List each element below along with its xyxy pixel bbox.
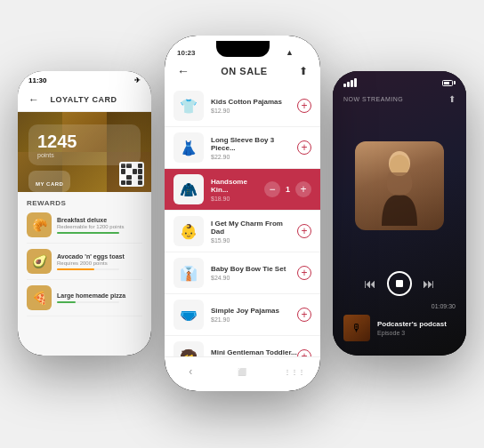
time-left: 11:30 <box>28 76 46 84</box>
product-image: 👔 <box>173 258 204 288</box>
podcast-album-art: 🎙 <box>343 315 370 341</box>
nav-home-icon[interactable]: ⬜ <box>235 364 249 379</box>
product-item[interactable]: 🧒 Mini Gentleman Toddler... $18.90 + <box>165 336 320 356</box>
host-silhouette <box>355 141 444 230</box>
battery-icon <box>297 50 308 56</box>
product-image: 👕 <box>173 91 204 121</box>
product-list: 👕 Kids Cotton Pajamas $12.90 + 👗 Long Sl… <box>165 85 320 356</box>
product-name: Handsome Kin... <box>211 178 264 194</box>
product-image: 🧒 <box>173 341 204 356</box>
reward-progress-fill <box>57 301 76 303</box>
my-card-label: MY CARD <box>36 181 63 187</box>
product-item[interactable]: 👕 Kids Cotton Pajamas $12.90 + <box>165 85 320 127</box>
qty-number: 1 <box>286 185 290 194</box>
rewards-title: REWARDS <box>27 199 142 207</box>
fast-forward-button[interactable]: ⏭ <box>423 276 435 291</box>
podcast-name: Podcaster's podcast <box>377 320 447 328</box>
reward-info: Breakfast deluxe Redeemable for 1200 poi… <box>57 217 124 234</box>
product-image: 👗 <box>173 132 204 163</box>
rewards-section: REWARDS 🥐 Breakfast deluxe Redeemable fo… <box>18 192 151 356</box>
share-icon-center[interactable]: ⬆ <box>299 65 308 77</box>
loyalty-screen: 11:30 ✈ ← LOYALTY CARD <box>18 71 151 356</box>
loyalty-card-section: 1245 points MY CARD <box>18 112 151 192</box>
add-to-cart-button[interactable]: + <box>297 349 311 356</box>
nav-back-icon[interactable]: ‹ <box>183 364 198 379</box>
reward-name: Breakfast deluxe <box>57 217 124 223</box>
points-number: 1245 <box>37 132 132 152</box>
points-card: 1245 points <box>28 124 141 165</box>
product-details: Long Sleeve Boy 3 Piece... $22.90 <box>211 136 297 160</box>
product-item[interactable]: 🩲 Simple Joy Pajamas $21.90 + <box>165 294 320 336</box>
battery-right <box>442 80 456 86</box>
back-arrow-center[interactable]: ← <box>177 64 190 78</box>
reward-info: Avocado 'n' eggs toast Requires 2000 poi… <box>57 253 125 270</box>
streaming-label: NOW STREAMING <box>343 96 403 102</box>
status-bar-left: 11:30 ✈ <box>18 71 151 88</box>
battery-tip <box>454 81 456 84</box>
status-icons-left: ✈ <box>134 76 141 84</box>
reward-progress-fill <box>57 268 94 270</box>
add-to-cart-button[interactable]: + <box>297 266 311 280</box>
back-arrow-left[interactable]: ← <box>28 93 39 106</box>
product-details: Mini Gentleman Toddler... $18.90 <box>211 348 297 356</box>
qty-control: − 1 + <box>264 181 311 197</box>
reward-info: Large homemade pizza <box>57 292 125 303</box>
stop-button[interactable] <box>387 271 412 296</box>
battery-fill-right <box>444 82 449 84</box>
product-price: $21.90 <box>211 316 297 323</box>
streaming-header: NOW STREAMING ⬆ <box>333 91 466 108</box>
podcast-info: 🎙 Podcaster's podcast Episode 3 <box>333 309 466 356</box>
phone-center: 10:23 ▲ ← ON SALE ⬆ 👕 Kids Cotton Pajama… <box>165 36 320 391</box>
podcast-episode: Episode 3 <box>377 330 447 336</box>
phone-left: 11:30 ✈ ← LOYALTY CARD <box>18 71 151 356</box>
my-card-button[interactable]: MY CARD <box>28 171 70 192</box>
product-details: Handsome Kin... $18.90 <box>211 178 264 202</box>
qty-minus-button[interactable]: − <box>264 181 280 197</box>
product-item[interactable]: 👔 Baby Boy Bow Tie Set $24.90 + <box>165 252 320 294</box>
product-name: Kids Cotton Pajamas <box>211 98 297 106</box>
product-name: I Get My Charm From Dad <box>211 220 297 236</box>
add-to-cart-button[interactable]: + <box>297 224 311 238</box>
product-details: Baby Boy Bow Tie Set $24.90 <box>211 265 297 281</box>
status-icons-center: ▲ <box>286 48 308 57</box>
reward-name: Large homemade pizza <box>57 292 125 299</box>
phones-container: 11:30 ✈ ← LOYALTY CARD <box>0 0 484 448</box>
stop-icon <box>396 280 403 287</box>
product-item[interactable]: 👗 Long Sleeve Boy 3 Piece... $22.90 + <box>165 127 320 169</box>
reward-progress-bar <box>57 301 119 303</box>
product-image: 👶 <box>173 216 204 246</box>
add-to-cart-button[interactable]: + <box>297 99 311 113</box>
qty-plus-button[interactable]: + <box>295 181 311 197</box>
reward-image: 🥑 <box>27 249 52 274</box>
share-icon-right[interactable]: ⬆ <box>448 94 456 104</box>
product-name: Mini Gentleman Toddler... <box>211 348 297 356</box>
rewind-button[interactable]: ⏮ <box>364 276 376 291</box>
streaming-screen: NOW STREAMING ⬆ <box>333 71 466 356</box>
signal-bars <box>343 78 357 87</box>
product-name: Long Sleeve Boy 3 Piece... <box>211 136 297 152</box>
nav-menu-icon[interactable]: ⋮⋮⋮ <box>287 364 302 379</box>
reward-sub: Redeemable for 1200 points <box>57 224 124 229</box>
add-to-cart-button[interactable]: + <box>297 308 311 322</box>
product-price: $22.90 <box>211 154 297 160</box>
product-item[interactable]: 🧥 Handsome Kin... $18.90 − 1 + <box>165 169 320 211</box>
rewards-list: 🥐 Breakfast deluxe Redeemable for 1200 p… <box>27 212 142 316</box>
product-details: I Get My Charm From Dad $15.90 <box>211 220 297 244</box>
notch <box>216 41 270 57</box>
host-image-container <box>333 108 466 264</box>
sale-header: ← ON SALE ⬆ <box>165 60 320 85</box>
reward-image: 🥐 <box>27 212 52 237</box>
product-details: Simple Joy Pajamas $21.90 <box>211 307 297 323</box>
bottom-nav-center: ‹ ⬜ ⋮⋮⋮ <box>165 356 320 391</box>
podcast-details: 🎙 Podcaster's podcast Episode 3 <box>343 315 456 341</box>
time-display: 01:09:30 <box>333 303 466 309</box>
product-item[interactable]: 👶 I Get My Charm From Dad $15.90 + <box>165 211 320 252</box>
reward-item: 🍕 Large homemade pizza <box>27 285 142 316</box>
add-to-cart-button[interactable]: + <box>297 140 311 155</box>
reward-progress-bar <box>57 232 119 234</box>
person-svg <box>373 146 426 226</box>
product-price: $24.90 <box>211 275 297 281</box>
product-price: $18.90 <box>211 196 264 202</box>
card-content: 1245 points MY CARD <box>28 124 141 192</box>
product-price: $15.90 <box>211 237 297 244</box>
